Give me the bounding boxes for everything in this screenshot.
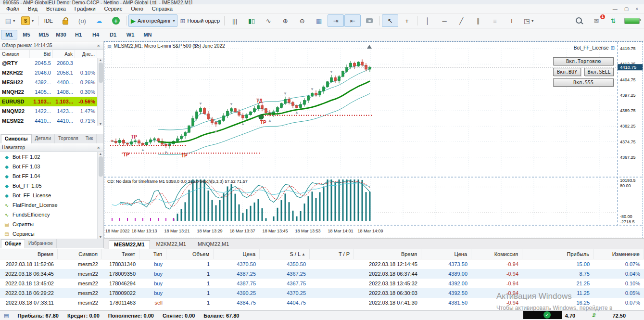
history-row[interactable]: 2022.03.18 06:34:45mesm22178009350buy143… — [0, 269, 644, 279]
history-col-10[interactable]: Комиссия — [471, 249, 522, 259]
objects-icon[interactable]: ◳▾ — [520, 14, 537, 27]
enable-sell-button[interactable]: Вкл.SELL — [584, 68, 614, 76]
connection-indicator[interactable] — [622, 14, 642, 27]
market-watch-row[interactable]: EURUSD1.103...1.103...-0.56% — [0, 97, 103, 106]
timeframe-d1[interactable]: D1 — [105, 30, 121, 39]
menu-item-0[interactable]: Файл — [2, 5, 24, 13]
crosshair-icon[interactable]: + — [399, 14, 415, 27]
menu-item-3[interactable]: Графики — [70, 5, 100, 13]
menu-item-2[interactable]: Вставка — [42, 5, 70, 13]
ide-button[interactable]: IDE — [40, 14, 57, 27]
notifications-icon[interactable]: ✉1 — [588, 14, 605, 27]
close-icon[interactable]: × — [96, 43, 101, 49]
history-row[interactable]: 2022.03.18 06:29:22mesm22178009022buy143… — [0, 288, 644, 298]
enable-trading-button[interactable]: Вкл.Торговлю — [553, 57, 614, 65]
history-col-2[interactable]: Тикет — [102, 249, 139, 259]
scroll-up-icon[interactable]: ▲ — [99, 58, 102, 62]
navigator-item[interactable]: ◆Bot FF 1.04 — [0, 171, 103, 181]
timeframe-m5[interactable]: M5 — [18, 30, 35, 39]
history-col-1[interactable]: Символ — [58, 249, 102, 259]
license-icon[interactable]: ⊞ — [611, 45, 615, 51]
timeframe-h4[interactable]: H4 — [88, 30, 104, 39]
cursor-icon[interactable]: ↖ — [382, 14, 398, 27]
navigator-item[interactable]: ◆Bot_FF_License — [0, 191, 103, 200]
market-watch-tab[interactable]: Символы — [1, 134, 32, 143]
horizontal-line-icon[interactable]: ─ — [436, 14, 453, 27]
market-watch-col-3[interactable]: Дне... — [75, 50, 97, 58]
navigator-item[interactable]: ◆Bot FF 1.02 — [0, 152, 103, 162]
add-service-icon[interactable]: + — [108, 14, 124, 27]
zoom-in-icon[interactable]: ⊕ — [277, 14, 293, 27]
profiles-icon[interactable]: $▾ — [19, 14, 36, 27]
chart-window-icon[interactable]: ▤ — [107, 44, 112, 49]
bars-chart-icon[interactable]: ||| — [227, 14, 243, 27]
scroll-thumb[interactable] — [99, 63, 103, 83]
text-label-icon[interactable]: T — [504, 14, 520, 27]
menu-item-1[interactable]: Вид — [24, 5, 42, 13]
tile-windows-icon[interactable]: ▦ — [311, 14, 327, 27]
scroll-up-icon[interactable]: ▲ — [99, 152, 102, 155]
algo-trading-button[interactable]: ▶Алготрейдинг▾ — [128, 14, 177, 27]
minimize-icon[interactable]: — — [613, 6, 618, 12]
timeframe-h1[interactable]: H1 — [70, 30, 87, 39]
zoom-out-icon[interactable]: ⊖ — [294, 14, 310, 27]
timeframe-m30[interactable]: M30 — [53, 30, 69, 39]
menu-item-5[interactable]: Окно — [126, 5, 148, 13]
market-watch-scrollbar[interactable]: ▲▼ — [97, 58, 103, 126]
line-chart-icon[interactable]: ∿ — [260, 14, 277, 27]
market-watch-col-2[interactable]: Ask — [53, 50, 75, 58]
market-watch-col-1[interactable]: Bid — [30, 50, 53, 58]
screenshot-icon[interactable] — [361, 14, 378, 27]
chart-panel[interactable]: 4419.754412.254404.754397.254389.754382.… — [104, 41, 643, 238]
chart-tab[interactable]: MESM22,M1 — [109, 240, 150, 249]
trendline-icon[interactable]: ╱ — [453, 14, 469, 27]
timeframe-m15[interactable]: M15 — [36, 30, 52, 39]
close-icon[interactable]: × — [96, 145, 101, 151]
market-watch-tab[interactable]: Торговля — [55, 134, 82, 143]
market-watch-row[interactable]: MESM224410...4410...0.71% — [0, 116, 103, 126]
navigator-item[interactable]: ▤Скрипты — [0, 219, 103, 229]
timeframe-w1[interactable]: W1 — [122, 30, 139, 39]
search-icon[interactable] — [571, 14, 588, 27]
market-watch-row[interactable]: @RTY2045.52060.3 — [0, 58, 103, 68]
close-icon[interactable]: × — [635, 6, 638, 12]
scroll-thumb[interactable] — [99, 156, 103, 177]
navigator-item[interactable]: ∿FundsEfficiency — [0, 210, 103, 219]
history-row[interactable]: 2022.03.18 07:33:11mesm22178011463sell14… — [0, 298, 644, 307]
timeframe-mn[interactable]: MN — [139, 30, 156, 39]
history-col-4[interactable]: Объем — [166, 249, 214, 259]
navigator-scrollbar[interactable]: ▲▼ — [97, 152, 103, 239]
lock-icon[interactable] — [57, 14, 74, 27]
navigator-item[interactable]: ▤Сервисы — [0, 229, 103, 239]
history-col-3[interactable]: Тип — [139, 249, 166, 259]
market-watch-row[interactable]: MNQM221422...1423...1.47% — [0, 106, 103, 116]
history-col-0[interactable]: Время — [0, 249, 58, 259]
history-col-11[interactable]: Прибыль — [522, 249, 593, 259]
history-col-7[interactable]: T / P — [310, 249, 354, 259]
menu-item-4[interactable]: Сервис — [100, 5, 127, 13]
history-col-6[interactable]: S / L▲ — [260, 249, 310, 259]
navigator-item[interactable]: ◆Bot_FF 1.05 — [0, 181, 103, 191]
chart-tab[interactable]: M2KM22,M1 — [151, 240, 191, 249]
history-col-5[interactable]: Цена — [214, 249, 260, 259]
enable-buy-button[interactable]: Вкл.BUY — [553, 68, 581, 76]
chart-tab[interactable]: MNQM22,M1 — [192, 240, 234, 249]
cloud-icon[interactable]: ☁ — [91, 14, 107, 27]
new-order-button[interactable]: ⊞Новый ордер — [178, 14, 223, 27]
history-row[interactable]: 2022.03.18 13:45:02mesm22178046294buy143… — [0, 279, 644, 288]
navigator-tab[interactable]: Общие — [1, 239, 25, 248]
restore-icon[interactable]: ▢ — [624, 6, 629, 12]
history-row[interactable]: 2022.03.18 11:52:06mesm22178031340buy143… — [0, 259, 644, 269]
chart-shift-icon[interactable]: ⇥ — [328, 14, 344, 27]
history-col-9[interactable]: Цена — [421, 249, 471, 259]
history-col-8[interactable]: Время — [354, 249, 421, 259]
traffic-icon[interactable]: ⇅ — [605, 14, 621, 27]
channel-icon[interactable]: ∥ — [470, 14, 486, 27]
market-watch-tab[interactable]: Детали — [32, 134, 55, 143]
market-watch-col-0[interactable]: Символ — [0, 50, 30, 58]
menu-item-6[interactable]: Справка — [148, 5, 177, 13]
new-chart-icon[interactable]: ▤▾ — [2, 14, 18, 27]
auto-scroll-icon[interactable]: ⇤ — [344, 14, 361, 27]
scroll-down-icon[interactable]: ▼ — [99, 122, 102, 126]
enable-555-button[interactable]: Вкл.555 — [553, 78, 614, 87]
